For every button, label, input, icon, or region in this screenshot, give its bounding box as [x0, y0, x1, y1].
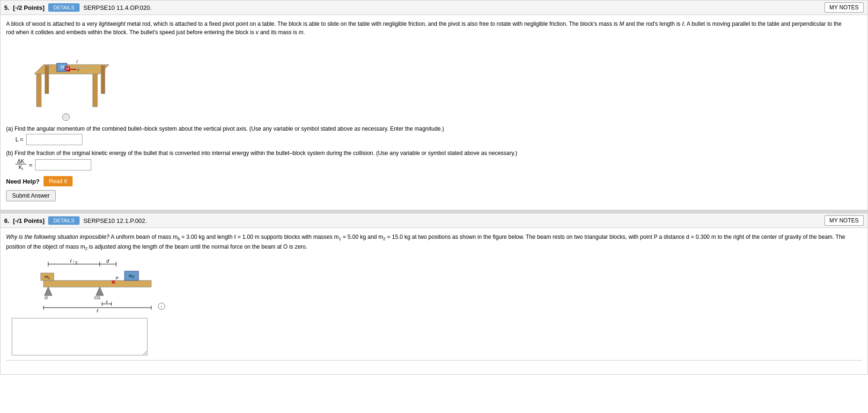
question-5-part-a-input[interactable] — [26, 134, 82, 145]
question-5-part-b-row: ΔK Ki = — [15, 158, 862, 171]
svg-text:m: m — [66, 66, 69, 71]
svg-text:P: P — [116, 276, 118, 280]
svg-text:CG: CG — [94, 295, 101, 300]
question-5-fraction: ΔK Ki — [15, 158, 26, 171]
question-5-body: A block of wood is attached to a very li… — [0, 15, 868, 210]
question-5-info-icon[interactable]: ⓘ — [62, 113, 70, 121]
question-5-points: [-/2 Points] — [13, 4, 44, 11]
question-6-body: Why is the following situation impossibl… — [0, 228, 868, 374]
question-5-b-eq: = — [29, 162, 33, 169]
svg-rect-3 — [45, 66, 49, 94]
question-6-block: 6. [-/1 Points] DETAILS SERPSE10 12.1.P.… — [0, 213, 868, 375]
svg-rect-1 — [37, 74, 41, 107]
svg-marker-29 — [44, 287, 52, 295]
question-5-read-it-button[interactable]: Read It — [44, 176, 73, 186]
question-5-figure-area: M ℓ v m ⓘ — [6, 41, 862, 121]
svg-text:v: v — [77, 67, 80, 72]
question-6-problem-text: Why is the following situation impossibl… — [6, 233, 849, 252]
svg-text:/: / — [73, 259, 74, 264]
question-5-block: 5. [-/2 Points] DETAILS SERPSE10 11.4.OP… — [0, 0, 868, 210]
svg-text:ℓ: ℓ — [96, 308, 98, 313]
question-6-details-button[interactable]: DETAILS — [48, 216, 80, 225]
svg-text:d: d — [106, 258, 109, 264]
svg-rect-4 — [101, 66, 105, 94]
question-6-my-notes-button[interactable]: MY NOTES — [824, 215, 864, 226]
question-6-text-input[interactable] — [12, 318, 147, 355]
question-6-text-answer-area — [12, 318, 856, 355]
question-6-header: 6. [-/1 Points] DETAILS SERPSE10 12.1.P.… — [0, 214, 868, 228]
question-5-problem-code: SERPSE10 11.4.OP.020. — [83, 4, 152, 11]
question-5-submit-row: Submit Answer — [6, 190, 862, 201]
question-5-part-b-input[interactable] — [35, 159, 91, 170]
question-5-part-b-label: (b) Find the fraction of the original ki… — [6, 150, 862, 156]
question-5-submit-button[interactable]: Submit Answer — [6, 190, 56, 201]
question-5-figure: M ℓ v m ⓘ — [6, 41, 118, 121]
svg-text:x: x — [105, 299, 108, 304]
svg-text:ℓ: ℓ — [76, 59, 78, 64]
question-5-number: 5. — [4, 4, 9, 11]
question-5-header-left: 5. [-/2 Points] DETAILS SERPSE10 11.4.OP… — [4, 3, 152, 12]
question-5-problem-text: A block of wood is attached to a very li… — [6, 20, 849, 37]
question-5-fraction-numerator: ΔK — [15, 158, 26, 164]
question-5-details-button[interactable]: DETAILS — [48, 3, 80, 12]
question-6-svg: ℓ / 2 d m1 m2 P ✕ O — [34, 257, 165, 313]
question-5-my-notes-button[interactable]: MY NOTES — [824, 2, 864, 13]
question-6-header-left: 6. [-/1 Points] DETAILS SERPSE10 12.1.P.… — [4, 216, 147, 225]
svg-rect-2 — [93, 74, 97, 107]
question-5-need-help-label: Need Help? — [6, 178, 40, 185]
question-5-part-a-row: L = — [15, 134, 862, 145]
question-5-svg: M ℓ v m — [6, 41, 118, 116]
svg-text:O: O — [44, 295, 48, 300]
svg-text:2: 2 — [75, 260, 77, 265]
question-6-bottom-bar — [6, 360, 862, 369]
question-6-number: 6. — [4, 217, 9, 224]
svg-rect-22 — [44, 280, 151, 287]
question-5-header: 5. [-/2 Points] DETAILS SERPSE10 11.4.OP… — [0, 0, 868, 15]
svg-text:ℓ: ℓ — [69, 258, 72, 264]
question-6-problem-code: SERPSE10 12.1.P.002. — [83, 217, 147, 224]
question-5-fraction-denominator: Ki — [17, 164, 25, 171]
question-5-l-eq: L = — [15, 136, 23, 143]
question-6-points: [-/1 Points] — [13, 217, 44, 224]
svg-marker-31 — [96, 287, 103, 295]
svg-text:✕: ✕ — [111, 279, 116, 286]
question-5-need-help-row: Need Help? Read It — [6, 176, 862, 186]
svg-text:i: i — [161, 304, 162, 309]
question-5-part-a-label: (a) Find the angular momentum of the com… — [6, 125, 862, 132]
svg-text:M: M — [60, 65, 65, 70]
question-6-figure-area: ℓ / 2 d m1 m2 P ✕ O — [34, 257, 862, 313]
